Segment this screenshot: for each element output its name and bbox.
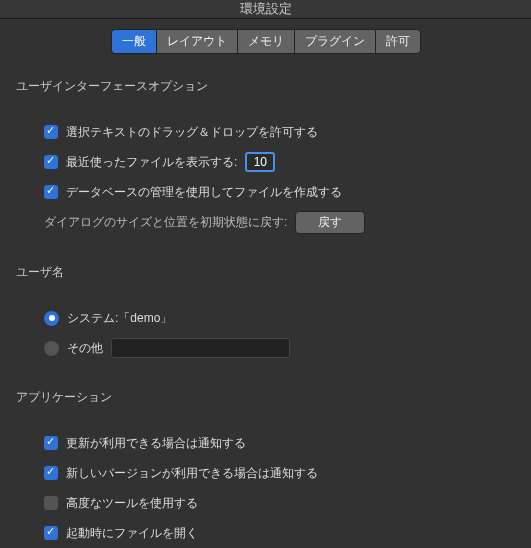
section-app-title: アプリケーション <box>16 389 519 406</box>
window-title: 環境設定 <box>0 0 531 19</box>
input-other-user[interactable] <box>111 338 290 358</box>
checkbox-advanced-tools[interactable] <box>44 496 58 510</box>
tab-layout[interactable]: レイアウト <box>156 29 237 54</box>
label-drag-drop: 選択テキストのドラッグ＆ドロップを許可する <box>66 124 318 141</box>
radio-other[interactable] <box>44 341 59 356</box>
section-ui-title: ユーザインターフェースオプション <box>16 78 519 95</box>
tab-plugin[interactable]: プラグイン <box>294 29 375 54</box>
label-new-version: 新しいバージョンが利用できる場合は通知する <box>66 465 318 482</box>
tab-bar: 一般 レイアウト メモリ プラグイン 許可 <box>12 29 519 54</box>
label-db-manage: データベースの管理を使用してファイルを作成する <box>66 184 342 201</box>
tab-general[interactable]: 一般 <box>111 29 156 54</box>
label-reset-dialogs: ダイアログのサイズと位置を初期状態に戻す: <box>44 214 287 231</box>
checkbox-recent-files[interactable] <box>44 155 58 169</box>
radio-system[interactable] <box>44 311 59 326</box>
label-other-user: その他 <box>67 340 103 357</box>
reset-button[interactable]: 戻す <box>295 211 365 234</box>
label-advanced-tools: 高度なツールを使用する <box>66 495 198 512</box>
checkbox-open-on-start[interactable] <box>44 526 58 540</box>
tab-memory[interactable]: メモリ <box>237 29 294 54</box>
checkbox-drag-drop[interactable] <box>44 125 58 139</box>
checkbox-new-version[interactable] <box>44 466 58 480</box>
checkbox-db-manage[interactable] <box>44 185 58 199</box>
checkbox-update-notify[interactable] <box>44 436 58 450</box>
label-recent-files: 最近使ったファイルを表示する: <box>66 154 237 171</box>
tab-permission[interactable]: 許可 <box>375 29 421 54</box>
label-system-user: システム:「demo」 <box>67 310 172 327</box>
section-user-title: ユーザ名 <box>16 264 519 281</box>
label-open-on-start: 起動時にファイルを開く <box>66 525 198 542</box>
label-update-notify: 更新が利用できる場合は通知する <box>66 435 246 452</box>
input-recent-count[interactable] <box>245 152 275 172</box>
